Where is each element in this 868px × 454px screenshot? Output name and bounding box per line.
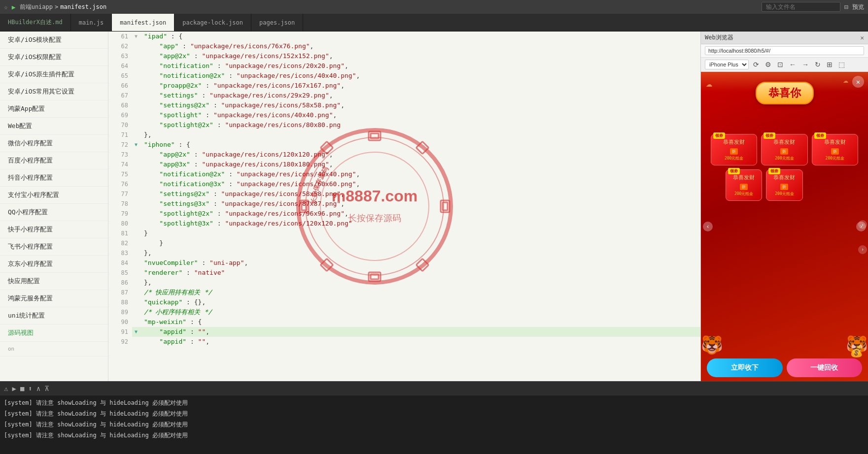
console-icon-5[interactable]: ∧ [36,385,40,392]
breadcrumb-project: 前端uniapp [20,3,53,11]
coupon-title-1: 恭喜发财 [713,138,755,146]
sidebar-item-web[interactable]: Web配置 [0,118,108,135]
code-line-77: 77 "settings@2x" : "unpackage/res/icons/… [108,189,700,199]
browser-content: ✕ 恭喜你 ☁ ☁ ‹ › [701,72,868,381]
browser-titlebar: Web浏览器 ✕ [701,32,868,44]
collect-button[interactable]: 一键回收 [787,358,863,377]
code-line-71: 71 }, [108,130,700,140]
tab-manifest[interactable]: manifest.json [112,14,174,31]
prev-coupon-btn[interactable]: ‹ [703,222,713,231]
sidebar-item-harmony-app[interactable]: 鸿蒙App配置 [0,100,108,118]
sidebar-item-android-ios-permission[interactable]: 安卓/iOS权限配置 [0,49,108,66]
browser-url-input[interactable] [705,46,864,55]
sidebar-item-jd-mp[interactable]: 京东小程序配置 [0,256,108,273]
next-coupon-btn[interactable]: › [856,222,866,231]
sidebar: 安卓/iOS模块配置 安卓/iOS权限配置 安卓/iOS原生插件配置 安卓/iO… [0,32,108,381]
coupon-discount-1: 折 [730,148,738,155]
coupon-grid-container: 领劵 恭喜发财 折 200元抵金 领劵 恭喜发财 折 200元抵金 [701,134,868,240]
sidebar-item-feishu-mp[interactable]: 飞书小程序配置 [0,238,108,256]
coupon-item-3[interactable]: 领劵 恭喜发财 折 200元抵金 [812,134,858,165]
back-btn[interactable]: ← [788,60,798,69]
coupon-badge-4: 领劵 [728,168,740,174]
app-close-button[interactable]: ✕ [852,76,864,88]
console-icon-4[interactable]: ⬆ [28,385,32,392]
code-line-68: 68 "settings@2x" : "unpackage/res/icons/… [108,100,700,110]
sidebar-item-quickapp[interactable]: 快应用配置 [0,273,108,290]
code-line-70: 70 "spotlight@2x" : "unpackage/res/icons… [108,120,700,130]
breadcrumb-sep: > [55,3,58,10]
forward-btn[interactable]: → [800,60,810,69]
file-search-input[interactable] [762,2,840,12]
sidebar-item-qq-mp[interactable]: QQ小程序配置 [0,204,108,221]
sidebar-item-android-ios-module[interactable]: 安卓/iOS模块配置 [0,32,108,49]
tab-bar: HBuilderX自述.md main.js manifest.json pac… [0,14,868,32]
sidebar-item-alipay-mp[interactable]: 支付宝小程序配置 [0,187,108,204]
editor-area: 61 ▼ "ipad" : { 62 "app" : "unpackage/re… [108,32,700,381]
sidebar-item-android-ios-plugin[interactable]: 安卓/iOS原生插件配置 [0,66,108,83]
console-icon-2[interactable]: ▶ [12,385,16,392]
console-icon-6[interactable]: ⊼ [44,385,49,392]
browser-panel-close-btn[interactable]: ✕ [860,34,864,41]
tab-main[interactable]: main.js [71,14,112,31]
sidebar-item-kuaishou-mp[interactable]: 快手小程序配置 [0,221,108,238]
sidebar-item-wechat-mp[interactable]: 微信小程序配置 [0,135,108,152]
expand-btn[interactable]: ⬚ [837,60,846,69]
coupon-badge-3: 领劵 [814,132,826,139]
phone-screen: ✕ 恭喜你 ☁ ☁ ‹ › [701,72,868,381]
code-line-72: 72 ▼ "iphone" : { [108,140,700,150]
code-line-69: 69 "spotlight" : "unpackage/res/icons/40… [108,110,700,120]
top-bar: ☆ ▶ 前端uniapp > manifest.json ⊟ 预览 [0,0,868,14]
code-line-85: 85 "renderer" : "native" [108,268,700,278]
sidebar-item-android-ios-other[interactable]: 安卓/iOS常用其它设置 [0,83,108,100]
browser-title: Web浏览器 [705,33,733,42]
console-icon-3[interactable]: ■ [20,385,24,392]
code-line-89: 89 /* 小程序特有相关 */ [108,307,700,317]
code-line-63: 63 "app@2x" : "unpackage/res/icons/152x1… [108,51,700,61]
screenshot-btn[interactable]: ⊡ [776,60,785,69]
coupon-title-2: 恭喜发财 [764,138,805,146]
code-line-90: 90 "mp-weixin" : { [108,317,700,327]
code-container[interactable]: 61 ▼ "ipad" : { 62 "app" : "unpackage/re… [108,32,700,381]
browser-toolbar: iPhone Plus iPhone 14 iPad Custom ⟳ ⚙ ⊡ … [701,58,868,72]
settings-btn[interactable]: ⚙ [764,60,773,69]
code-line-61: 61 ▼ "ipad" : { [108,32,700,41]
console-toolbar: ⚠ ▶ ■ ⬆ ∧ ⊼ [0,381,868,395]
code-line-76: 76 "notification@3x" : "unpackage/res/ic… [108,179,700,189]
coupon-amount-3: 200元抵金 [814,156,856,161]
tab-pages[interactable]: pages.json [251,14,303,31]
rotate-btn[interactable]: ⟳ [752,60,761,69]
sidebar-item-baidu-mp[interactable]: 百度小程序配置 [0,152,108,169]
sidebar-item-source-view[interactable]: 源码视图 [0,324,108,342]
console-line-2: [system] 请注意 showLoading 与 hideLoading 必… [4,408,864,419]
coupon-item-5[interactable]: 领劵 恭喜发财 折 200元抵金 [766,169,802,201]
run-icon[interactable]: ▶ [12,3,16,11]
device-selector[interactable]: iPhone Plus iPhone 14 iPad Custom [705,60,749,69]
code-line-92: 92 "appid" : "", [108,337,700,347]
refresh-btn[interactable]: ↻ [813,60,822,69]
sidebar-item-uni-stats[interactable]: uni统计配置 [0,307,108,324]
filter-icon[interactable]: ⊟ [844,3,848,11]
tab-hbuilder[interactable]: HBuilderX自述.md [0,14,71,31]
app-right-arrow-down[interactable]: › [858,245,867,254]
bottom-buttons: 立即收下 一键回收 [701,355,868,381]
preview-label[interactable]: 预览 [852,3,864,11]
sidebar-item-harmony-service[interactable]: 鸿蒙元服务配置 [0,290,108,307]
home-btn[interactable]: ⊞ [825,60,834,69]
code-line-74: 74 "app@3x" : "unpackage/res/icons/180x1… [108,160,700,169]
code-line-81: 81 } [108,228,700,238]
coupon-item-1[interactable]: 领劵 恭喜发财 折 200元抵金 [711,134,757,165]
coupon-title-3: 恭喜发财 [814,138,856,146]
receive-button[interactable]: 立即收下 [707,358,783,377]
console-icon-1[interactable]: ⚠ [4,385,8,392]
sidebar-item-douyin-mp[interactable]: 抖音小程序配置 [0,169,108,187]
code-line-87: 87 /* 快应用持有相关 */ [108,288,700,297]
coupon-item-2[interactable]: 领劵 恭喜发财 折 200元抵金 [761,134,807,165]
browser-panel: Web浏览器 ✕ iPhone Plus iPhone 14 iPad Cust… [700,32,868,381]
code-line-91: 91 ▼ "appid" : "", [108,327,700,337]
code-line-73: 73 "app@2x" : "unpackage/res/icons/120x1… [108,150,700,160]
coupon-item-4[interactable]: 领劵 恭喜发财 折 200元抵金 [726,169,762,201]
coupon-amount-1: 200元抵金 [713,156,755,161]
tab-package-lock[interactable]: package-lock.json [174,14,251,31]
star-icon[interactable]: ☆ [4,3,8,11]
code-line-62: 62 "app" : "unpackage/res/icons/76x76.pn… [108,41,700,51]
